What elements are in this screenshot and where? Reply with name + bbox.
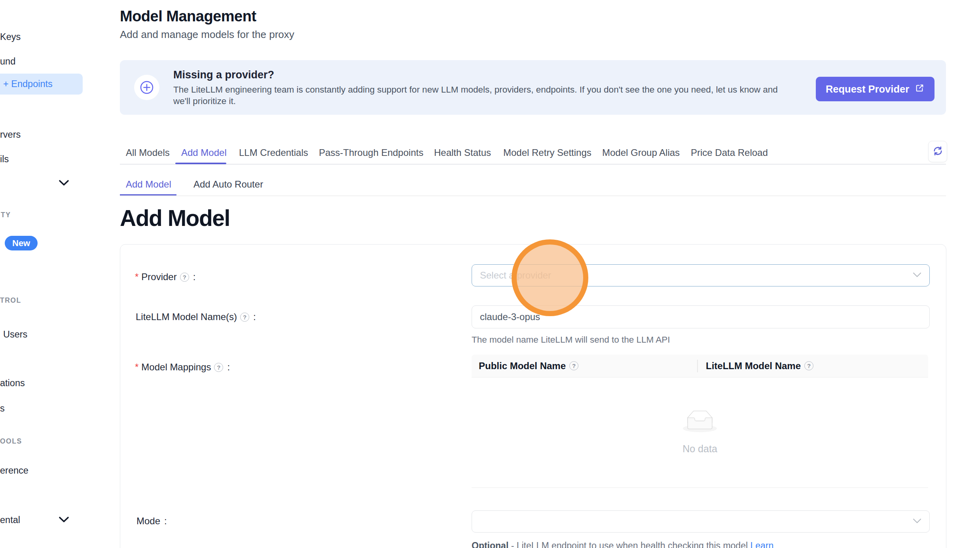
tab-price-data-reload[interactable]: Price Data Reload [691, 147, 768, 158]
banner-body: The LiteLLM engineering team is constant… [173, 84, 778, 107]
required-mark: * [135, 271, 138, 283]
tab-all-models[interactable]: All Models [126, 147, 170, 158]
banner-body-line2: we'll prioritize it. [173, 95, 778, 107]
banner-title: Missing a provider? [173, 69, 274, 81]
refresh-button[interactable] [928, 141, 947, 162]
add-model-heading: Add Model [120, 205, 230, 231]
page-subtitle: Add and manage models for the proxy [120, 28, 294, 41]
help-icon[interactable]: ? [569, 361, 578, 370]
label-colon: : [193, 271, 196, 283]
request-provider-button[interactable]: Request Provider [816, 77, 935, 101]
sidebar-item-virtual-keys[interactable]: Keys [0, 32, 21, 42]
sidebar-item-models-endpoints[interactable]: + Endpoints [3, 79, 53, 89]
label-colon: : [227, 362, 230, 373]
model-name-helper: The model name LiteLLM will send to the … [472, 335, 670, 345]
empty-state: No data [472, 377, 928, 488]
empty-inbox-icon [683, 411, 717, 434]
sidebar-item-playground[interactable]: und [0, 56, 15, 67]
tab-model-retry-settings[interactable]: Model Retry Settings [503, 147, 591, 158]
sidebar-item-internal-users[interactable]: Users [3, 329, 27, 340]
page-title: Model Management [120, 8, 256, 25]
help-icon[interactable]: ? [214, 363, 223, 372]
sidebar-section-access-control: TROL [0, 296, 21, 305]
model-name-input[interactable] [472, 305, 930, 328]
banner-body-line1: The LiteLLM engineering team is constant… [173, 84, 778, 95]
public-model-name-text: Public Model Name [479, 360, 566, 372]
help-icon[interactable]: ? [240, 313, 249, 322]
sidebar-section-tools: OOLS [0, 437, 22, 446]
sidebar-item-api-reference[interactable]: erence [0, 465, 28, 476]
mode-select[interactable] [472, 510, 930, 533]
chevron-down-icon[interactable] [59, 516, 69, 525]
mode-helper: Optional - LiteLLM endpoint to use when … [472, 540, 773, 548]
subtab-add-model[interactable]: Add Model [126, 179, 171, 190]
label-colon: : [164, 516, 167, 527]
sidebar-item-guardrails[interactable]: ils [0, 154, 9, 165]
litellm-model-name-text: LiteLLM Model Name [706, 360, 801, 372]
subtabs-divider [120, 195, 946, 196]
model-mappings-label: * Model Mappings ? : [135, 362, 230, 373]
provider-label: * Provider ? : [135, 271, 195, 283]
missing-provider-banner: Missing a provider? The LiteLLM engineer… [120, 60, 946, 115]
chevron-down-icon [913, 272, 921, 279]
no-data-text: No data [682, 443, 717, 455]
tab-pass-through-endpoints[interactable]: Pass-Through Endpoints [319, 147, 423, 158]
provider-select[interactable]: Select a provider [472, 264, 930, 286]
tab-llm-credentials[interactable]: LLM Credentials [239, 147, 308, 158]
sidebar-item-mcp-servers[interactable]: rvers [0, 129, 21, 140]
tabs-divider [120, 164, 946, 165]
label-colon: : [253, 311, 256, 322]
column-header-litellm-model-name: LiteLLM Model Name ? [697, 360, 813, 372]
column-header-public-model-name: Public Model Name ? [472, 360, 697, 372]
help-icon[interactable]: ? [804, 361, 813, 370]
column-divider [697, 360, 698, 372]
help-icon[interactable]: ? [180, 273, 189, 282]
active-tab-underline [175, 163, 226, 164]
sidebar-section-label: TY [1, 211, 11, 219]
chevron-down-icon[interactable] [59, 180, 69, 188]
subtab-add-auto-router[interactable]: Add Auto Router [193, 179, 263, 190]
tab-model-group-alias[interactable]: Model Group Alias [602, 147, 680, 158]
plus-circle-icon [134, 75, 159, 100]
learn-more-link[interactable]: Learn [750, 540, 773, 548]
provider-label-text: Provider [141, 271, 176, 283]
request-provider-label: Request Provider [826, 83, 909, 95]
new-badge: New [5, 236, 38, 250]
model-mappings-table: Public Model Name ? LiteLLM Model Name ? [472, 355, 928, 488]
sidebar-item-organizations[interactable]: ations [0, 378, 25, 389]
mode-label-text: Mode [136, 516, 160, 527]
tab-add-model[interactable]: Add Model [181, 147, 227, 158]
required-mark: * [135, 362, 138, 373]
sidebar-item-experimental[interactable]: ental [0, 515, 20, 525]
litellm-admin-screen: Keys und + Endpoints rvers ils TY New TR… [0, 0, 980, 548]
tab-health-status[interactable]: Health Status [434, 147, 491, 158]
provider-select-placeholder: Select a provider [480, 270, 551, 281]
chevron-down-icon [913, 518, 921, 525]
mode-helper-optional: Optional [472, 540, 508, 548]
sidebar-item-teams[interactable]: s [0, 403, 5, 414]
mappings-table-header: Public Model Name ? LiteLLM Model Name ? [472, 355, 928, 377]
mode-label: Mode : [136, 516, 167, 527]
model-name-label-text: LiteLLM Model Name(s) [136, 311, 237, 322]
external-link-icon [915, 83, 925, 95]
model-name-label: LiteLLM Model Name(s) ? : [136, 311, 256, 322]
sync-icon [933, 146, 943, 158]
model-mappings-label-text: Model Mappings [141, 362, 211, 373]
mode-helper-text: - LiteLLM endpoint to use when health ch… [508, 540, 750, 548]
